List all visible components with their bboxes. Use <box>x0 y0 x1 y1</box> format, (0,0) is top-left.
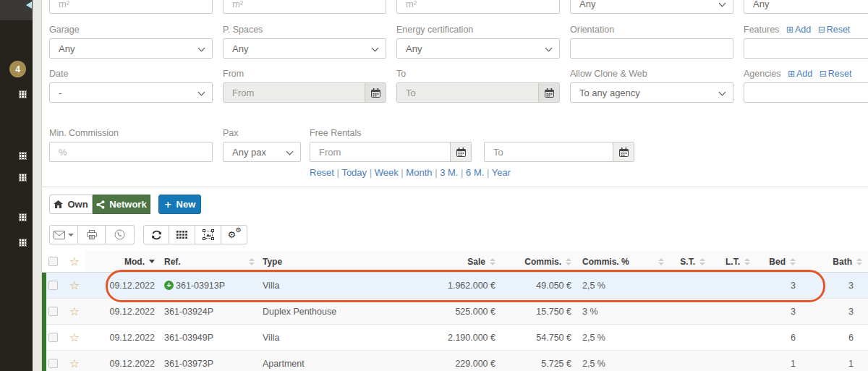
size-built-input[interactable] <box>49 0 213 14</box>
row-star-cell: ☆ <box>64 273 85 298</box>
tab-own-label: Own <box>67 199 88 210</box>
features-label: Features ⊞Add ⊟Reset <box>744 25 850 35</box>
sort-icon <box>566 258 571 265</box>
header-commis[interactable]: Commis. <box>500 251 576 272</box>
quick-link-year[interactable]: Year <box>492 167 511 178</box>
cell-st <box>668 273 710 298</box>
row-checkbox[interactable] <box>48 307 58 316</box>
row-checkbox[interactable] <box>48 359 58 368</box>
free-rentals-from-field <box>310 142 472 162</box>
quick-link-6m[interactable]: 6 M. <box>466 167 484 178</box>
star-icon[interactable]: ☆ <box>69 256 80 268</box>
calendar-button[interactable] <box>365 83 386 102</box>
calendar-button[interactable] <box>538 83 559 102</box>
quick-link-week[interactable]: Week <box>375 167 399 178</box>
table-row[interactable]: ☆ 09.12.2022 +361-03913P Villa 1.962.000… <box>42 273 868 299</box>
size-plot-input[interactable] <box>223 0 386 14</box>
p-spaces-select[interactable]: Any <box>223 38 386 59</box>
header-bath[interactable]: Bath <box>800 251 868 272</box>
quick-link-3m[interactable]: 3 M. <box>440 167 458 178</box>
sidebar-item-grid-icon[interactable] <box>19 213 27 221</box>
header-commis-pct[interactable]: Commis. % <box>576 251 668 272</box>
sidebar-item-grid-icon[interactable] <box>19 239 27 247</box>
select-value: Any <box>406 43 422 54</box>
features-reset-link[interactable]: ⊟Reset <box>818 25 851 35</box>
favorite-star-icon[interactable]: ☆ <box>69 358 80 370</box>
print-button[interactable] <box>78 225 106 244</box>
settings-button[interactable]: ⚙ ⚙ <box>221 225 247 244</box>
cell-st <box>668 325 710 350</box>
header-type[interactable]: Type <box>256 251 380 272</box>
separator: | <box>435 167 437 178</box>
top-any-select-2[interactable]: Any <box>744 0 868 14</box>
cell-commis: 49.050 € <box>500 273 576 298</box>
header-bed[interactable]: Bed <box>754 251 800 272</box>
top-any-select-1[interactable]: Any <box>570 0 733 14</box>
min-commission-input[interactable] <box>49 142 213 162</box>
select-value: Any <box>232 43 248 54</box>
row-checkbox[interactable] <box>48 281 58 290</box>
cell-bed: 1 <box>754 351 800 371</box>
chevron-down-icon <box>372 45 379 52</box>
sort-icon <box>658 258 664 265</box>
agencies-reset-link[interactable]: ⊟Reset <box>820 69 852 79</box>
header-mod[interactable]: Mod. <box>85 251 155 272</box>
garage-select[interactable]: Any <box>49 38 213 59</box>
sidebar-item-grid-icon[interactable] <box>19 90 27 98</box>
expand-plus-icon[interactable]: + <box>164 281 174 290</box>
cell-ref: 361-03973P <box>155 351 256 371</box>
size-terrace-input[interactable] <box>396 0 560 14</box>
free-rentals-to-input[interactable] <box>485 142 613 161</box>
agencies-input[interactable] <box>744 82 868 103</box>
calendar-icon <box>545 88 554 98</box>
header-lt[interactable]: L.T. <box>710 251 754 272</box>
favorite-star-icon[interactable]: ☆ <box>69 306 80 317</box>
email-dropdown-button[interactable] <box>49 225 78 244</box>
features-add-link[interactable]: ⊞Add <box>786 25 811 35</box>
features-input[interactable] <box>744 38 868 59</box>
date-from-input[interactable] <box>224 83 365 102</box>
header-st[interactable]: S.T. <box>668 251 710 272</box>
sidebar-item-grid-icon[interactable] <box>19 152 27 160</box>
header-sale[interactable]: Sale <box>380 251 500 272</box>
agencies-add-link[interactable]: ⊞Add <box>788 69 812 79</box>
row-checkbox[interactable] <box>48 333 58 342</box>
select-all-checkbox[interactable] <box>48 257 58 266</box>
cell-sale: 229.000 € <box>380 351 500 371</box>
table-row[interactable]: ☆ 09.12.2022 361-03924P Duplex Penthouse… <box>42 299 868 325</box>
orientation-input[interactable] <box>570 38 733 59</box>
quick-link-reset[interactable]: Reset <box>310 167 334 178</box>
pax-select[interactable]: Any pax <box>223 142 301 162</box>
tab-own[interactable]: Own <box>49 195 93 214</box>
quick-link-month[interactable]: Month <box>406 167 432 178</box>
new-button[interactable]: + New <box>158 195 201 214</box>
sidebar-item-grid-icon[interactable] <box>19 174 27 182</box>
table-row[interactable]: ☆ 09.12.2022 361-03949P Villa 2.190.000 … <box>42 325 868 351</box>
cell-sale: 2.190.000 € <box>380 325 500 350</box>
free-rentals-from-input[interactable] <box>310 142 450 161</box>
favorite-star-icon[interactable]: ☆ <box>69 280 80 291</box>
table-row[interactable]: ☆ 09.12.2022 361-03973P Apartment 229.00… <box>42 351 868 371</box>
date-label: Date <box>49 69 68 79</box>
cell-sale: 1.962.000 € <box>380 273 500 298</box>
date-select[interactable]: - <box>49 82 213 103</box>
header-ref[interactable]: Ref. <box>155 251 256 272</box>
allow-clone-web-select[interactable]: To any agency <box>570 82 733 103</box>
cell-type: Villa <box>256 325 380 350</box>
date-to-input[interactable] <box>397 83 538 102</box>
quick-link-today[interactable]: Today <box>341 167 367 178</box>
calendar-button[interactable] <box>450 142 471 161</box>
grid-view-button[interactable] <box>169 225 195 244</box>
sidebar-collapse-arrow-icon[interactable] <box>26 1 32 9</box>
calendar-button[interactable] <box>613 142 634 161</box>
favorite-star-icon[interactable]: ☆ <box>69 332 80 344</box>
map-selection-button[interactable] <box>195 225 221 244</box>
energy-certification-select[interactable]: Any <box>396 38 560 59</box>
tab-network[interactable]: Network <box>93 195 150 214</box>
refresh-button[interactable] <box>143 225 169 244</box>
cell-bath: 6 <box>800 325 868 350</box>
features-label-text: Features <box>744 25 779 35</box>
select-value: Any <box>753 0 769 9</box>
calendar-icon <box>619 148 629 157</box>
whatsapp-button[interactable] <box>106 225 135 244</box>
